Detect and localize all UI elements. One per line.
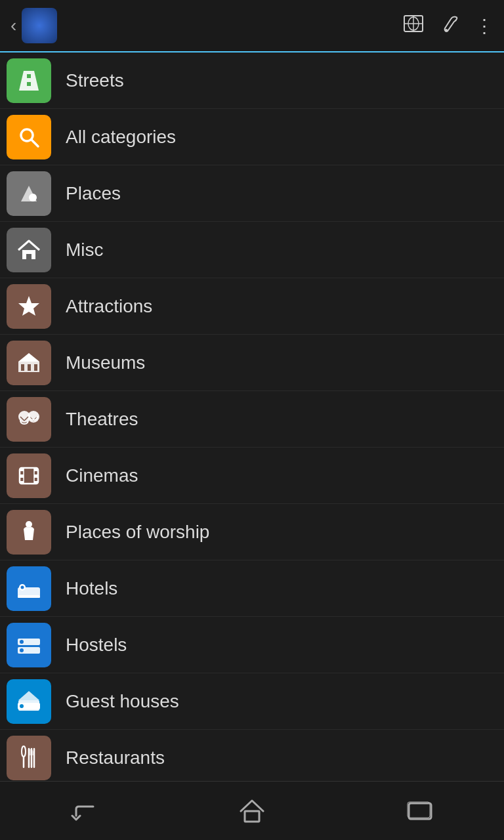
category-list: Streets All categories Places xyxy=(0,52,504,781)
svg-rect-19 xyxy=(34,364,37,371)
hostels-icon-wrap xyxy=(0,617,58,673)
svg-rect-51 xyxy=(408,802,430,818)
list-item-places[interactable]: Places xyxy=(0,165,504,222)
worship-icon xyxy=(7,510,51,555)
guesthouses-icon xyxy=(7,679,51,724)
museums-label: Museums xyxy=(66,352,145,373)
cinemas-icon xyxy=(7,453,51,498)
svg-rect-35 xyxy=(18,595,40,598)
theatres-label: Theatres xyxy=(66,409,138,430)
svg-rect-7 xyxy=(27,82,31,86)
places-icon xyxy=(7,171,51,216)
misc-icon xyxy=(7,228,51,272)
cinemas-icon-wrap xyxy=(0,448,58,504)
list-item-hostels[interactable]: Hostels xyxy=(0,617,504,673)
worship-icon-wrap xyxy=(0,504,58,560)
hotels-icon-wrap xyxy=(0,560,58,617)
hotels-icon xyxy=(7,566,51,611)
header-actions: ⋮ xyxy=(403,13,494,39)
restaurants-icon xyxy=(7,736,51,780)
svg-point-43 xyxy=(20,704,24,708)
svg-point-44 xyxy=(22,746,26,757)
all-categories-label: All categories xyxy=(66,127,176,148)
svg-rect-17 xyxy=(21,364,24,371)
list-item-worship[interactable]: Places of worship xyxy=(0,504,504,560)
list-item-hotels[interactable]: Hotels xyxy=(0,560,504,617)
restaurants-label: Restaurants xyxy=(66,747,165,768)
app-header: ‹ ⋮ xyxy=(0,0,504,52)
svg-rect-49 xyxy=(245,811,259,822)
app-logo xyxy=(22,8,57,43)
svg-marker-16 xyxy=(18,353,39,362)
list-item-museums[interactable]: Museums xyxy=(0,335,504,391)
svg-point-31 xyxy=(26,521,32,528)
attractions-icon-wrap xyxy=(0,278,58,335)
nav-recent-button[interactable] xyxy=(394,791,446,831)
svg-marker-5 xyxy=(19,71,39,91)
all-categories-icon xyxy=(7,115,51,159)
hostels-icon xyxy=(7,623,51,667)
svg-line-9 xyxy=(32,140,38,146)
misc-label: Misc xyxy=(66,240,104,261)
svg-point-39 xyxy=(20,648,24,652)
attractions-label: Attractions xyxy=(66,296,152,317)
attractions-icon xyxy=(7,284,51,329)
svg-marker-14 xyxy=(18,296,39,316)
hostels-label: Hostels xyxy=(66,635,127,656)
more-icon[interactable]: ⋮ xyxy=(475,15,494,37)
bottom-navigation xyxy=(0,781,504,840)
places-label: Places xyxy=(66,183,121,204)
restaurants-icon-wrap xyxy=(0,730,58,782)
museums-icon xyxy=(7,341,51,385)
theatres-icon xyxy=(7,397,51,442)
worship-label: Places of worship xyxy=(66,522,209,543)
guesthouses-label: Guest houses xyxy=(66,691,179,712)
list-item-guesthouses[interactable]: Guest houses xyxy=(0,673,504,730)
svg-rect-24 xyxy=(20,474,24,478)
list-item-theatres[interactable]: Theatres xyxy=(0,391,504,448)
museums-icon-wrap xyxy=(0,335,58,391)
list-item-streets[interactable]: Streets xyxy=(0,52,504,109)
svg-rect-26 xyxy=(34,468,38,471)
wrench-icon[interactable] xyxy=(440,14,459,38)
svg-rect-23 xyxy=(20,468,24,471)
theatres-icon-wrap xyxy=(0,391,58,448)
places-icon-wrap xyxy=(0,165,58,222)
streets-icon xyxy=(7,58,51,103)
svg-rect-13 xyxy=(26,254,32,259)
svg-rect-28 xyxy=(34,481,38,484)
svg-rect-50 xyxy=(409,803,431,819)
cinemas-label: Cinemas xyxy=(66,465,138,486)
list-item-restaurants[interactable]: Restaurants xyxy=(0,730,504,781)
streets-icon-wrap xyxy=(0,52,58,109)
svg-point-34 xyxy=(21,585,24,589)
svg-point-11 xyxy=(29,194,37,201)
streets-label: Streets xyxy=(66,70,124,91)
misc-icon-wrap xyxy=(0,222,58,278)
map-icon[interactable] xyxy=(403,13,424,39)
list-item-misc[interactable]: Misc xyxy=(0,222,504,278)
nav-back-button[interactable] xyxy=(58,791,110,831)
svg-point-38 xyxy=(20,640,24,644)
guesthouses-icon-wrap xyxy=(0,673,58,730)
list-item-all-categories[interactable]: All categories xyxy=(0,109,504,165)
svg-marker-40 xyxy=(18,691,39,700)
nav-home-button[interactable] xyxy=(226,791,278,831)
svg-point-4 xyxy=(445,29,448,32)
header-back-icon[interactable]: ‹ xyxy=(10,15,16,36)
hotels-label: Hotels xyxy=(66,578,117,599)
svg-rect-25 xyxy=(20,481,24,484)
all-categories-icon-wrap xyxy=(0,109,58,165)
list-item-attractions[interactable]: Attractions xyxy=(0,278,504,335)
svg-rect-6 xyxy=(27,74,31,78)
list-item-cinemas[interactable]: Cinemas xyxy=(0,448,504,504)
svg-rect-18 xyxy=(28,364,31,371)
svg-rect-27 xyxy=(34,474,38,478)
